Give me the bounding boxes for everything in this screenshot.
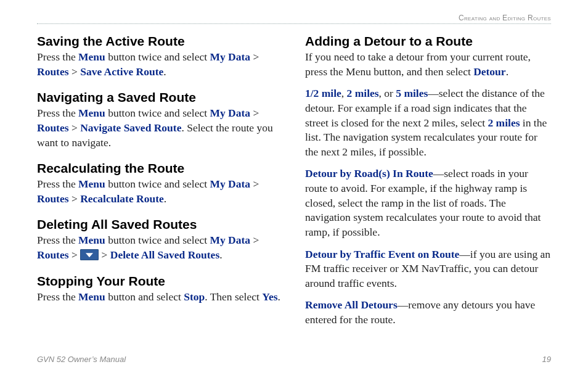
keyword-routes: Routes	[37, 122, 69, 134]
keyword-routes: Routes	[37, 249, 69, 261]
body-text: If you need to take a detour from your c…	[305, 50, 551, 328]
keyword-detour-by-roads: Detour by Road(s) In Route	[305, 167, 433, 179]
section-stopping-your-route: Stopping Your Route Press the Menu butto…	[37, 274, 283, 305]
heading: Stopping Your Route	[37, 274, 283, 289]
heading: Saving the Active Route	[37, 34, 283, 49]
body-text: Press the Menu button twice and select M…	[37, 106, 283, 150]
section-adding-detour: Adding a Detour to a Route If you need t…	[305, 34, 551, 328]
heading: Adding a Detour to a Route	[305, 34, 551, 49]
paragraph: Detour by Road(s) In Route—select roads …	[305, 167, 551, 239]
separator: >	[250, 178, 259, 190]
heading: Deleting All Saved Routes	[37, 217, 283, 232]
keyword-menu: Menu	[78, 291, 105, 303]
text: Press the	[37, 178, 78, 190]
manual-title: GVN 52 Owner’s Manual	[37, 355, 126, 364]
text: Press the	[37, 234, 78, 246]
text: . Then select	[205, 291, 262, 303]
manual-page: Creating and Editing Routes Saving the A…	[0, 0, 588, 375]
keyword-routes: Routes	[37, 65, 69, 78]
keyword-detour-by-traffic-event: Detour by Traffic Event on Route	[305, 248, 459, 260]
paragraph: Detour by Traffic Event on Route—if you …	[305, 247, 551, 291]
keyword-my-data: My Data	[210, 51, 250, 63]
right-column: Adding a Detour to a Route If you need t…	[305, 34, 551, 339]
section-navigating-saved-route: Navigating a Saved Route Press the Menu …	[37, 90, 283, 150]
keyword-yes: Yes	[262, 291, 277, 303]
section-deleting-all-saved-routes: Deleting All Saved Routes Press the Menu…	[37, 217, 283, 262]
body-text: Press the Menu button twice and select M…	[37, 177, 283, 206]
body-text: Press the Menu button and select Stop. T…	[37, 290, 283, 305]
body-text: Press the Menu button twice and select M…	[37, 50, 283, 79]
text: Press the	[37, 107, 78, 119]
page-footer: GVN 52 Owner’s Manual 19	[37, 355, 551, 364]
separator: >	[250, 107, 259, 119]
text: button twice and select	[105, 51, 210, 63]
keyword-half-mile: 1/2 mile	[305, 87, 341, 99]
keyword-detour: Detour	[473, 65, 505, 78]
keyword-my-data: My Data	[210, 107, 250, 119]
keyword-my-data: My Data	[210, 178, 250, 190]
separator: >	[69, 122, 81, 134]
keyword-menu: Menu	[78, 234, 105, 246]
separator: >	[250, 234, 259, 246]
text: , or	[379, 87, 396, 99]
keyword-my-data: My Data	[210, 234, 250, 246]
keyword-delete-all-saved-routes: Delete All Saved Routes	[110, 249, 219, 261]
text: .	[219, 249, 222, 261]
text: Press the	[37, 291, 78, 303]
keyword-navigate-saved-route: Navigate Saved Route	[80, 122, 181, 134]
text: button twice and select	[105, 178, 210, 190]
keyword-remove-all-detours: Remove All Detours	[305, 299, 398, 311]
left-column: Saving the Active Route Press the Menu b…	[37, 34, 283, 339]
two-column-layout: Saving the Active Route Press the Menu b…	[37, 34, 551, 339]
dropdown-icon	[80, 249, 99, 260]
paragraph: Remove All Detours—remove any detours yo…	[305, 298, 551, 327]
keyword-two-miles: 2 miles	[488, 117, 520, 129]
text: button and select	[105, 291, 184, 303]
text: Press the	[37, 51, 78, 63]
keyword-stop: Stop	[184, 291, 205, 303]
text: .	[506, 65, 508, 78]
keyword-menu: Menu	[78, 51, 105, 63]
text: button twice and select	[105, 107, 210, 119]
paragraph: 1/2 mile, 2 miles, or 5 miles—select the…	[305, 86, 551, 159]
keyword-menu: Menu	[78, 178, 105, 190]
text: .	[163, 65, 166, 78]
keyword-menu: Menu	[78, 107, 105, 119]
text: ,	[341, 87, 347, 99]
paragraph: If you need to take a detour from your c…	[305, 50, 551, 79]
page-number: 19	[542, 355, 551, 364]
body-text: Press the Menu button twice and select M…	[37, 233, 283, 262]
keyword-save-active-route: Save Active Route	[80, 65, 163, 78]
separator: >	[69, 192, 81, 205]
keyword-routes: Routes	[37, 192, 69, 205]
text: .	[277, 291, 280, 303]
keyword-recalculate-route: Recalculate Route	[80, 192, 164, 205]
text: .	[164, 192, 166, 205]
heading: Recalculating the Route	[37, 161, 283, 176]
section-recalculating-route: Recalculating the Route Press the Menu b…	[37, 161, 283, 206]
keyword-five-miles: 5 miles	[396, 87, 428, 99]
header-rule	[37, 23, 551, 24]
separator: >	[99, 249, 110, 261]
separator: >	[69, 249, 81, 261]
heading: Navigating a Saved Route	[37, 90, 283, 105]
header-section-label: Creating and Editing Routes	[37, 14, 551, 22]
section-saving-active-route: Saving the Active Route Press the Menu b…	[37, 34, 283, 79]
text: button twice and select	[105, 234, 210, 246]
separator: >	[69, 65, 81, 78]
separator: >	[250, 51, 259, 63]
keyword-two-miles: 2 miles	[347, 87, 379, 99]
